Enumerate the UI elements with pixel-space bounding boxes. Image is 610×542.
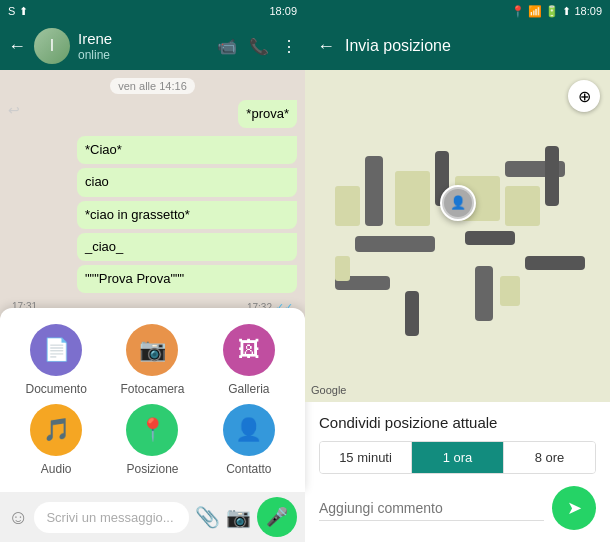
message-bubble: *prova* — [238, 100, 297, 128]
emoji-button[interactable]: ☺ — [8, 506, 28, 529]
message-placeholder: Scrivi un messaggio... — [46, 510, 173, 525]
svg-rect-7 — [475, 266, 493, 321]
attach-label-posizione: Posizione — [126, 462, 178, 476]
attach-item-fotocamera[interactable]: 📷 Fotocamera — [108, 324, 196, 396]
status-bar-right: 📍 📶 🔋 ⬆ 18:09 — [305, 0, 610, 22]
time-option-8ore[interactable]: 8 ore — [504, 442, 595, 473]
forward-icon: ↩ — [8, 102, 20, 118]
time-label-1: 17:31 — [12, 301, 37, 308]
svg-rect-6 — [465, 231, 515, 245]
documento-icon: 📄 — [30, 324, 82, 376]
comment-input[interactable] — [319, 496, 544, 521]
tick-icon: ✓✓ — [275, 301, 293, 308]
chat-panel: ← I Irene online 📹 📞 ⋮ ven alle 14:16 ↩ … — [0, 22, 305, 542]
galleria-icon: 🖼 — [223, 324, 275, 376]
posizione-icon: 📍 — [126, 404, 178, 456]
attach-label-fotocamera: Fotocamera — [120, 382, 184, 396]
message-text: """Prova Prova""" — [85, 271, 184, 286]
map-svg — [305, 70, 610, 402]
status-time-right: 18:09 — [574, 5, 602, 17]
attach-button[interactable]: 📎 — [195, 505, 220, 529]
attach-item-galleria[interactable]: 🖼 Galleria — [205, 324, 293, 396]
message-text: _ciao_ — [85, 239, 123, 254]
svg-rect-8 — [525, 256, 585, 270]
audio-icon: 🎵 — [30, 404, 82, 456]
contact-info: Irene online — [78, 30, 209, 62]
status-bar-left: S ⬆ 18:09 — [0, 0, 305, 22]
location-header: ← Invia posizione — [305, 22, 610, 70]
svg-rect-13 — [335, 186, 360, 226]
message-text: ciao — [85, 174, 109, 189]
message-bubble: *Ciao* — [77, 136, 297, 164]
chat-header: ← I Irene online 📹 📞 ⋮ — [0, 22, 305, 70]
time-option-15min[interactable]: 15 minuti — [320, 442, 412, 473]
attachment-grid: 📄 Documento 📷 Fotocamera 🖼 Galleria 🎵 Au… — [12, 324, 293, 476]
msg-time-row: 17:32 ✓✓ — [247, 299, 293, 308]
comment-row: ➤ — [319, 486, 596, 530]
chat-input-bar: ☺ Scrivi un messaggio... 📎 📷 🎤 — [0, 492, 305, 542]
video-call-icon[interactable]: 📹 — [217, 37, 237, 56]
mic-button[interactable]: 🎤 — [257, 497, 297, 537]
message-text: *Ciao* — [85, 142, 122, 157]
contact-name: Irene — [78, 30, 209, 48]
location-share-panel: Condividi posizione attuale 15 minuti 1 … — [305, 402, 610, 542]
map-area[interactable]: 👤 ⊕ Google — [305, 70, 610, 402]
status-location-icon: 📍 — [511, 5, 525, 18]
chat-messages-area: ven alle 14:16 ↩ *prova* *Ciao* ciao *ci… — [0, 70, 305, 308]
attach-label-galleria: Galleria — [228, 382, 269, 396]
attach-label-documento: Documento — [25, 382, 86, 396]
svg-rect-4 — [545, 146, 559, 206]
location-title: Invia posizione — [345, 37, 451, 55]
message-bubble: *ciao in grassetto* — [77, 201, 297, 229]
date-label: ven alle 14:16 — [110, 78, 195, 94]
attach-label-audio: Audio — [41, 462, 72, 476]
status-signal-icon-r: 📶 — [528, 5, 542, 18]
message-text: *prova* — [246, 106, 289, 121]
attachment-panel: 📄 Documento 📷 Fotocamera 🖼 Galleria 🎵 Au… — [0, 308, 305, 492]
location-panel: ← Invia posizione — [305, 22, 610, 542]
svg-rect-16 — [500, 276, 520, 306]
message-text: *ciao in grassetto* — [85, 207, 190, 222]
camera-button[interactable]: 📷 — [226, 505, 251, 529]
attach-item-contatto[interactable]: 👤 Contatto — [205, 404, 293, 476]
attach-label-contatto: Contatto — [226, 462, 271, 476]
status-upload-icon: ⬆ — [19, 5, 28, 18]
contact-status: online — [78, 48, 209, 62]
status-signal-icon: S — [8, 5, 15, 17]
attach-item-posizione[interactable]: 📍 Posizione — [108, 404, 196, 476]
location-pin: 👤 — [440, 185, 476, 221]
attach-item-audio[interactable]: 🎵 Audio — [12, 404, 100, 476]
voice-call-icon[interactable]: 📞 — [249, 37, 269, 56]
location-back-button[interactable]: ← — [317, 36, 335, 57]
menu-icon[interactable]: ⋮ — [281, 37, 297, 56]
chat-header-icons: 📹 📞 ⋮ — [217, 37, 297, 56]
share-location-title: Condividi posizione attuale — [319, 414, 596, 431]
fotocamera-icon: 📷 — [126, 324, 178, 376]
message-bubble: _ciao_ — [77, 233, 297, 261]
svg-rect-5 — [355, 236, 435, 252]
back-button[interactable]: ← — [8, 36, 26, 57]
message-input[interactable]: Scrivi un messaggio... — [34, 502, 189, 533]
time-option-1ora[interactable]: 1 ora — [412, 442, 504, 473]
attach-item-documento[interactable]: 📄 Documento — [12, 324, 100, 396]
message-bubble: ciao — [77, 168, 297, 196]
contatto-icon: 👤 — [223, 404, 275, 456]
svg-rect-14 — [505, 186, 540, 226]
svg-rect-11 — [395, 171, 430, 226]
status-time-left: 18:09 — [269, 5, 297, 17]
send-icon: ➤ — [567, 497, 582, 519]
svg-rect-1 — [365, 156, 383, 226]
svg-rect-10 — [405, 291, 419, 336]
compass-button[interactable]: ⊕ — [568, 80, 600, 112]
status-upload-icon-r: ⬆ — [562, 5, 571, 18]
contact-avatar[interactable]: I — [34, 28, 70, 64]
google-label: Google — [311, 384, 346, 396]
message-bubble: """Prova Prova""" — [77, 265, 297, 293]
send-location-button[interactable]: ➤ — [552, 486, 596, 530]
status-battery-icon: 🔋 — [545, 5, 559, 18]
time-options: 15 minuti 1 ora 8 ore — [319, 441, 596, 474]
svg-rect-15 — [335, 256, 350, 281]
